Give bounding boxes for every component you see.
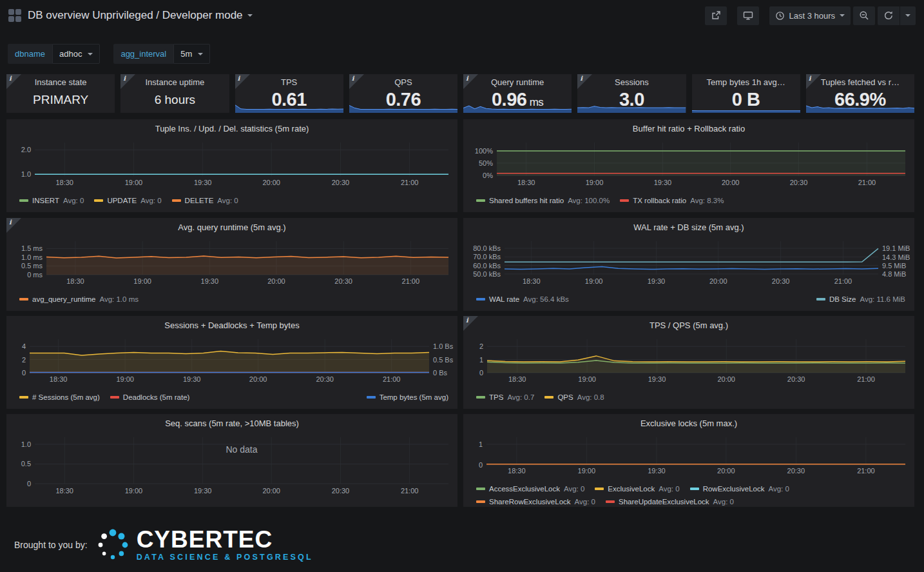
variable-value-dropdown[interactable]: adhoc (52, 44, 100, 64)
variable-dbname[interactable]: dbname adhoc (8, 44, 100, 64)
svg-text:20:00: 20:00 (249, 375, 267, 383)
legend-swatch-icon (476, 298, 485, 301)
variable-value-dropdown[interactable]: 5m (173, 44, 210, 64)
stat-title: QPS (349, 74, 457, 87)
navbar-actions: Last 3 hours (705, 6, 916, 25)
svg-text:19:30: 19:30 (194, 487, 212, 495)
chevron-down-icon[interactable] (247, 14, 253, 17)
info-corner-icon[interactable]: i (463, 74, 478, 89)
refresh-button[interactable] (878, 6, 900, 25)
info-corner-icon[interactable]: i (6, 74, 21, 89)
stat-title: Sessions (577, 74, 686, 87)
chart-legend: avg_query_runtimeAvg: 1.0 ms (19, 294, 448, 304)
svg-text:20:30: 20:30 (332, 487, 350, 495)
stat-panel: i QPS 0.76 (349, 74, 457, 113)
legend-item[interactable]: ExclusiveLockAvg: 0 (595, 484, 679, 494)
legend-item[interactable]: # Sessions (5m avg) (19, 392, 100, 402)
info-corner-icon[interactable]: i (349, 74, 364, 89)
chart-title[interactable]: TPS / QPS (5m avg.) (463, 316, 914, 330)
legend-item[interactable]: RowExclusiveLockAvg: 0 (690, 484, 789, 494)
chart-title[interactable]: Avg. query runtime (5m avg.) (6, 218, 457, 232)
legend-item[interactable]: AccessExclusiveLockAvg: 0 (476, 484, 584, 494)
legend-series-name[interactable]: avg_query_runtime (32, 294, 95, 304)
legend-series-name[interactable]: ExclusiveLock (608, 484, 655, 494)
legend-swatch-icon (690, 488, 699, 490)
chart-panel: i TPS / QPS (5m avg.) 18:3019:0019:3020:… (463, 316, 914, 409)
info-corner-icon[interactable]: i (806, 74, 821, 89)
chart-plot: 18:3019:0019:3020:0020:3021:00012 (463, 334, 914, 390)
legend-item[interactable]: Temp bytes (5m avg) (367, 392, 448, 402)
legend-item[interactable]: Deadlocks (5m rate) (110, 392, 190, 402)
legend-series-name[interactable]: TX rollback ratio (633, 195, 686, 206)
chart-title[interactable]: Exclusive locks (5m max.) (463, 414, 914, 428)
chart-title[interactable]: Seq. scans (5m rate, >10MB tables) (6, 414, 457, 428)
legend-series-name[interactable]: WAL rate (489, 294, 519, 304)
legend-swatch-icon (606, 500, 615, 503)
legend-swatch-icon (476, 396, 485, 399)
svg-text:20:30: 20:30 (787, 375, 805, 383)
info-corner-icon[interactable]: i (235, 74, 250, 89)
time-range-picker[interactable]: Last 3 hours (769, 6, 851, 25)
refresh-interval-dropdown[interactable] (900, 6, 916, 25)
legend-item[interactable]: TPSAvg: 0.7 (476, 392, 534, 402)
legend-item[interactable]: WAL rateAvg: 56.4 kBs (476, 294, 569, 304)
legend-series-name[interactable]: ShareRowExclusiveLock (489, 497, 571, 507)
tv-mode-button[interactable] (737, 6, 759, 25)
legend-item[interactable]: avg_query_runtimeAvg: 1.0 ms (19, 294, 139, 304)
chart-title[interactable]: Buffer hit ratio + Rollback ratio (463, 119, 914, 133)
grafana-menu-icon[interactable] (8, 9, 21, 22)
legend-item[interactable]: UPDATEAvg: 0 (94, 195, 161, 206)
chart-title[interactable]: Tuple Ins. / Upd. / Del. statistics (5m … (6, 119, 457, 133)
chart-panel: Buffer hit ratio + Rollback ratio 18:301… (463, 119, 914, 212)
legend-series-name[interactable]: # Sessions (5m avg) (32, 392, 100, 402)
legend-series-name[interactable]: QPS (557, 392, 573, 402)
chevron-down-icon (905, 14, 910, 17)
svg-text:21:00: 21:00 (834, 277, 852, 285)
chart-title[interactable]: WAL rate + DB size (5m avg.) (463, 218, 914, 232)
svg-text:9.5 MiB: 9.5 MiB (882, 262, 906, 270)
legend-item[interactable]: QPSAvg: 0.8 (544, 392, 604, 402)
svg-text:20:00: 20:00 (717, 467, 735, 475)
dashboard-title[interactable]: DB overview Unprivileged / Developer mod… (28, 9, 243, 22)
legend-series-avg: Avg: 8.3% (690, 195, 724, 206)
legend-series-name[interactable]: Shared buffers hit ratio (489, 195, 564, 206)
info-corner-icon[interactable]: i (6, 218, 21, 233)
svg-text:14.3 MiB: 14.3 MiB (882, 253, 910, 261)
share-button[interactable] (705, 6, 727, 25)
chart-legend: AccessExclusiveLockAvg: 0ExclusiveLockAv… (476, 484, 905, 507)
legend-series-name[interactable]: INSERT (32, 195, 59, 206)
share-icon (711, 10, 721, 21)
legend-series-name[interactable]: DELETE (185, 195, 214, 206)
chart-panel: Exclusive locks (5m max.) 18:3019:0019:3… (463, 414, 914, 507)
legend-item[interactable]: ShareRowExclusiveLockAvg: 0 (476, 497, 595, 507)
legend-series-name[interactable]: Deadlocks (5m rate) (123, 392, 190, 402)
legend-series-name[interactable]: TPS (489, 392, 503, 402)
legend-swatch-icon (544, 396, 553, 399)
legend-item[interactable]: DELETEAvg: 0 (172, 195, 238, 206)
legend-item[interactable]: Shared buffers hit ratioAvg: 100.0% (476, 195, 610, 206)
legend-series-avg: Avg: 56.4 kBs (523, 294, 569, 304)
stat-title: Tuples fetched vs r… (806, 74, 914, 87)
legend-item[interactable]: INSERTAvg: 0 (19, 195, 84, 206)
zoom-out-button[interactable] (853, 6, 875, 25)
legend-item[interactable]: TX rollback ratioAvg: 8.3% (620, 195, 724, 206)
variable-agg-interval[interactable]: agg_interval 5m (113, 44, 210, 64)
stat-value: 3.0 (577, 89, 686, 110)
legend-series-name[interactable]: ShareUpdateExclusiveLock (619, 497, 709, 507)
legend-series-name[interactable]: Temp bytes (5m avg) (380, 392, 448, 402)
legend-series-name[interactable]: UPDATE (107, 195, 137, 206)
footer-text: Brought to you by: (14, 540, 88, 550)
chart-title[interactable]: Sessions + Deadlocks + Temp bytes (6, 316, 457, 330)
legend-series-name[interactable]: AccessExclusiveLock (489, 484, 560, 494)
svg-text:20:00: 20:00 (709, 277, 727, 285)
legend-series-name[interactable]: RowExclusiveLock (703, 484, 765, 494)
info-corner-icon[interactable]: i (463, 316, 478, 331)
info-corner-icon[interactable]: i (577, 74, 592, 89)
chevron-down-icon (88, 53, 93, 55)
info-corner-icon[interactable]: i (120, 74, 135, 89)
legend-item[interactable]: DB SizeAvg: 11.6 MiB (816, 294, 905, 304)
svg-text:19:30: 19:30 (654, 179, 672, 186)
legend-item[interactable]: ShareUpdateExclusiveLockAvg: 0 (606, 497, 734, 507)
stat-panel: i Tuples fetched vs r… 66.9% (806, 74, 914, 113)
legend-series-name[interactable]: DB Size (829, 294, 856, 304)
